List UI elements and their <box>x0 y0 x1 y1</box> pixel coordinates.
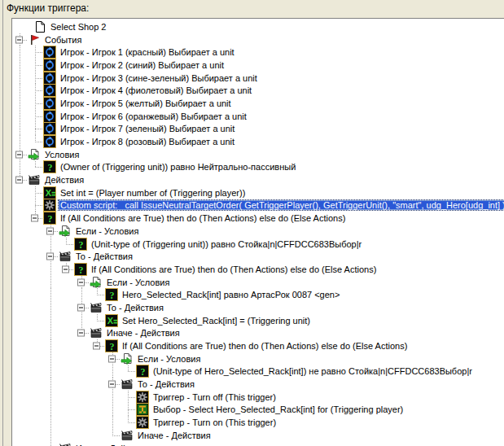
tree-indent-guide <box>43 288 59 301</box>
svg-text:X: X <box>46 188 52 198</box>
expander-minus-icon[interactable] <box>15 151 23 158</box>
tree-indent-guide <box>59 416 74 429</box>
tree-row[interactable]: То - Действия <box>12 378 504 391</box>
tree-connector <box>28 186 43 199</box>
tree-indent-guide <box>12 365 28 378</box>
tree-row[interactable]: Игрок - Игрок 2 (синий) Выбирает a unit <box>12 59 504 72</box>
tree-row[interactable]: Игрок - Игрок 7 (зеленый) Выбирает a uni… <box>12 123 504 136</box>
tree-indent-guide <box>59 314 74 327</box>
tree-row[interactable]: ?If (All Conditions are True) then do (T… <box>12 212 504 225</box>
expander-minus-icon[interactable] <box>108 355 116 362</box>
tree-row[interactable]: Игрок - Игрок 3 (сине-зеленый) Выбирает … <box>12 72 504 85</box>
tree-row-selected[interactable]: Custom script: call IssueNeutralTargetOr… <box>12 199 504 212</box>
tree-indent-guide <box>28 378 43 391</box>
tree-indent-guide <box>12 46 28 59</box>
tree-indent-guide <box>59 288 74 301</box>
tree-row[interactable]: Иначе - Действия <box>12 442 504 446</box>
tree-indent-guide <box>43 276 59 289</box>
player-event-icon <box>43 135 56 148</box>
tree-indent-guide <box>105 391 121 404</box>
tree-row[interactable]: Если - Условия <box>12 225 504 238</box>
tree-indent-guide <box>74 365 90 378</box>
tree-indent-guide <box>12 84 28 97</box>
tree-row[interactable]: ?If (All Conditions are True) then do (T… <box>12 339 504 352</box>
tree-row[interactable]: ?(Unit-type of Hero_Selected_Rack[int]) … <box>12 365 504 378</box>
tree-indent-guide <box>43 339 59 352</box>
tree-connector <box>90 314 105 327</box>
tree-connector <box>43 250 59 263</box>
tree-row[interactable]: То - Действия <box>12 250 504 263</box>
tree-indent-guide <box>74 429 90 442</box>
tree-indent-guide <box>12 263 28 276</box>
tree-row[interactable]: ?(Unit-type of (Triggering unit)) равно … <box>12 238 504 251</box>
conditions-page-icon <box>90 276 103 289</box>
tree-connector <box>28 123 43 136</box>
tree-row[interactable]: События <box>12 33 504 46</box>
tree-row[interactable]: ?If (All Conditions are True) then do (T… <box>12 263 504 276</box>
expander-minus-icon[interactable] <box>15 177 23 184</box>
tree-row[interactable]: Триггер - Turn on (This trigger) <box>12 416 504 429</box>
tree-indent-guide <box>12 110 28 123</box>
expander-minus-icon[interactable] <box>77 304 85 311</box>
tree-row[interactable]: XSet Hero_Selected_Rack[int] = (Triggeri… <box>12 314 504 327</box>
tree-row[interactable]: Выбор - Select Hero_Selected_Rack[int] f… <box>12 404 504 417</box>
tree-indent-guide <box>28 391 43 404</box>
expander-minus-icon[interactable] <box>62 265 69 273</box>
tree-row-label: Если - Условия <box>74 226 140 236</box>
tree-row[interactable]: Игрок - Игрок 1 (красный) Выбирает a uni… <box>12 46 504 59</box>
expander-minus-icon[interactable] <box>46 227 54 234</box>
player-event-icon <box>43 97 56 110</box>
tree-row[interactable]: То - Действия <box>12 301 504 314</box>
tree-indent-guide <box>59 327 74 340</box>
tree-row[interactable]: ?(Owner of (Triggering unit)) равно Нейт… <box>12 161 504 174</box>
tree-indent-guide <box>12 301 28 314</box>
actions-clapper-icon <box>121 429 134 442</box>
tree-row[interactable]: Если - Условия <box>12 276 504 289</box>
actions-clapper-icon <box>59 442 72 446</box>
tree-indent-guide <box>90 429 105 442</box>
tree-row[interactable]: XSet int = (Player number of (Triggering… <box>12 186 504 199</box>
actions-clapper-icon <box>90 301 103 314</box>
trigger-root-row[interactable]: Select Shop 2 <box>12 20 504 33</box>
expander-minus-icon[interactable] <box>108 381 116 388</box>
tree-row-label: Custom script: call IssueNeutralTargetOr… <box>59 200 504 210</box>
tree-row[interactable]: Игрок - Игрок 5 (желтый) Выбирает a unit <box>12 97 504 110</box>
tree-indent-guide <box>12 327 28 340</box>
tree-indent-guide <box>43 238 59 251</box>
tree-indent-guide <box>28 225 43 238</box>
tree-indent-guide <box>90 391 105 404</box>
tree-connector <box>121 391 136 404</box>
tree-row[interactable]: Игрок - Игрок 6 (оранжевый) Выбирает a u… <box>12 110 504 123</box>
tree-connector <box>121 416 136 429</box>
tree-row[interactable]: Если - Условия <box>12 352 504 365</box>
expander-minus-icon[interactable] <box>93 343 100 350</box>
tree-indent-guide <box>28 288 43 301</box>
tree-indent-guide <box>12 352 28 365</box>
tree-row[interactable]: ?Hero_Selected_Rack[int] равно АртасРок … <box>12 288 504 301</box>
trigger-function-tree[interactable]: Select Shop 2СобытияИгрок - Игрок 1 (кра… <box>11 18 504 446</box>
expander-minus-icon[interactable] <box>46 253 54 260</box>
expander-minus-icon[interactable] <box>15 36 23 43</box>
tree-row[interactable]: Триггер - Turn off (This trigger) <box>12 391 504 404</box>
svg-text:?: ? <box>141 366 146 378</box>
tree-row[interactable]: Иначе - Действия <box>12 327 504 340</box>
tree-row[interactable]: Действия <box>12 173 504 186</box>
expander-minus-icon[interactable] <box>77 278 85 286</box>
tree-indent-guide <box>43 391 59 404</box>
panel-title: Функции триггера: <box>7 2 89 14</box>
tree-row-label: If (All Conditions are True) then do (Th… <box>59 213 347 223</box>
tree-row[interactable]: Игрок - Игрок 4 (фиолетовый) Выбирает a … <box>12 84 504 97</box>
tree-row[interactable]: Игрок - Игрок 8 (розовый) Выбирает a uni… <box>12 135 504 148</box>
svg-text:?: ? <box>110 341 115 352</box>
tree-indent-guide <box>12 250 28 263</box>
condition-q-icon: ? <box>74 263 87 276</box>
tree-indent-guide <box>12 378 28 391</box>
tree-row[interactable]: Условия <box>12 148 504 161</box>
tree-indent-guide <box>12 123 28 136</box>
tree-row[interactable]: Иначе - Действия <box>12 429 504 442</box>
panel-splitter[interactable] <box>2 0 3 446</box>
expander-minus-icon[interactable] <box>31 215 38 222</box>
svg-text:?: ? <box>110 290 115 301</box>
tree-connector <box>28 199 43 212</box>
expander-minus-icon[interactable] <box>77 330 85 337</box>
